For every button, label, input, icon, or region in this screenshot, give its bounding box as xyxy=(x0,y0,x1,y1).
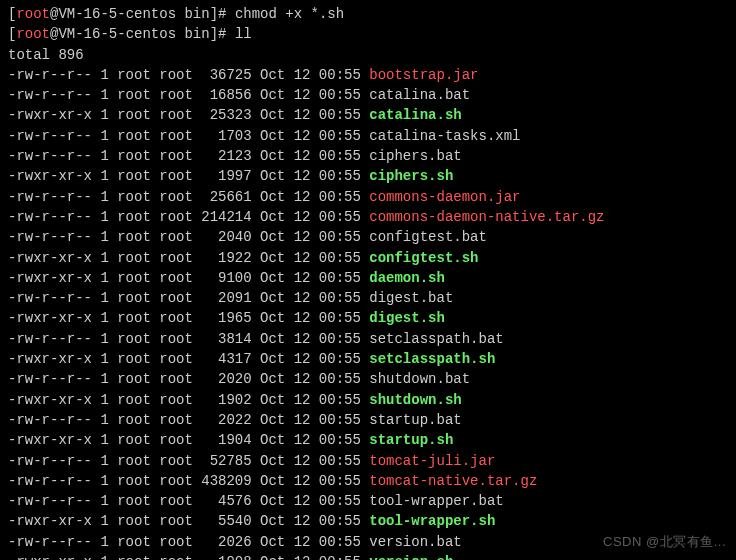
file-name: ciphers.bat xyxy=(369,148,461,164)
file-name: configtest.sh xyxy=(369,250,478,266)
file-row: -rw-r--r-- 1 root root 2091 Oct 12 00:55… xyxy=(8,288,728,308)
prompt-user: root xyxy=(16,26,50,42)
prompt-user: root xyxy=(16,6,50,22)
file-meta: -rw-r--r-- 1 root root 52785 Oct 12 00:5… xyxy=(8,453,369,469)
file-meta: -rw-r--r-- 1 root root 4576 Oct 12 00:55 xyxy=(8,493,369,509)
file-row: -rwxr-xr-x 1 root root 1904 Oct 12 00:55… xyxy=(8,430,728,450)
file-meta: -rw-r--r-- 1 root root 2026 Oct 12 00:55 xyxy=(8,534,369,550)
command-text: chmod +x *.sh xyxy=(235,6,344,22)
file-row: -rw-r--r-- 1 root root 214214 Oct 12 00:… xyxy=(8,207,728,227)
file-name: daemon.sh xyxy=(369,270,445,286)
file-name: startup.bat xyxy=(369,412,461,428)
file-meta: -rwxr-xr-x 1 root root 4317 Oct 12 00:55 xyxy=(8,351,369,367)
file-name: tomcat-juli.jar xyxy=(369,453,495,469)
file-name: ciphers.sh xyxy=(369,168,453,184)
file-meta: -rwxr-xr-x 1 root root 1922 Oct 12 00:55 xyxy=(8,250,369,266)
file-row: -rw-r--r-- 1 root root 4576 Oct 12 00:55… xyxy=(8,491,728,511)
file-name: startup.sh xyxy=(369,432,453,448)
file-meta: -rwxr-xr-x 1 root root 1965 Oct 12 00:55 xyxy=(8,310,369,326)
file-meta: -rw-r--r-- 1 root root 2040 Oct 12 00:55 xyxy=(8,229,369,245)
file-row: -rwxr-xr-x 1 root root 5540 Oct 12 00:55… xyxy=(8,511,728,531)
file-name: tool-wrapper.bat xyxy=(369,493,503,509)
file-name: shutdown.bat xyxy=(369,371,470,387)
file-row: -rwxr-xr-x 1 root root 1997 Oct 12 00:55… xyxy=(8,166,728,186)
file-meta: -rwxr-xr-x 1 root root 25323 Oct 12 00:5… xyxy=(8,107,369,123)
file-row: -rw-r--r-- 1 root root 2020 Oct 12 00:55… xyxy=(8,369,728,389)
file-name: configtest.bat xyxy=(369,229,487,245)
file-name: digest.sh xyxy=(369,310,445,326)
file-row: -rw-r--r-- 1 root root 36725 Oct 12 00:5… xyxy=(8,65,728,85)
file-meta: -rwxr-xr-x 1 root root 1908 Oct 12 00:55 xyxy=(8,554,369,560)
file-meta: -rw-r--r-- 1 root root 2091 Oct 12 00:55 xyxy=(8,290,369,306)
file-row: -rwxr-xr-x 1 root root 1965 Oct 12 00:55… xyxy=(8,308,728,328)
file-row: -rw-r--r-- 1 root root 2040 Oct 12 00:55… xyxy=(8,227,728,247)
command-line: [root@VM-16-5-centos bin]# ll xyxy=(8,24,728,44)
file-name: tomcat-native.tar.gz xyxy=(369,473,537,489)
watermark-text: CSDN @北冥有鱼... xyxy=(603,533,726,552)
file-meta: -rw-r--r-- 1 root root 25661 Oct 12 00:5… xyxy=(8,189,369,205)
file-row: -rw-r--r-- 1 root root 52785 Oct 12 00:5… xyxy=(8,451,728,471)
total-line: total 896 xyxy=(8,45,728,65)
file-row: -rw-r--r-- 1 root root 16856 Oct 12 00:5… xyxy=(8,85,728,105)
file-name: bootstrap.jar xyxy=(369,67,478,83)
file-meta: -rwxr-xr-x 1 root root 1997 Oct 12 00:55 xyxy=(8,168,369,184)
file-row: -rw-r--r-- 1 root root 3814 Oct 12 00:55… xyxy=(8,329,728,349)
file-name: version.bat xyxy=(369,534,461,550)
file-row: -rwxr-xr-x 1 root root 1922 Oct 12 00:55… xyxy=(8,248,728,268)
file-name: catalina.sh xyxy=(369,107,461,123)
file-row: -rw-r--r-- 1 root root 2022 Oct 12 00:55… xyxy=(8,410,728,430)
file-name: setclasspath.bat xyxy=(369,331,503,347)
file-name: tool-wrapper.sh xyxy=(369,513,495,529)
command-line: [root@VM-16-5-centos bin]# chmod +x *.sh xyxy=(8,4,728,24)
file-row: -rw-r--r-- 1 root root 25661 Oct 12 00:5… xyxy=(8,187,728,207)
file-meta: -rwxr-xr-x 1 root root 1902 Oct 12 00:55 xyxy=(8,392,369,408)
file-meta: -rw-r--r-- 1 root root 36725 Oct 12 00:5… xyxy=(8,67,369,83)
file-row: -rw-r--r-- 1 root root 438209 Oct 12 00:… xyxy=(8,471,728,491)
file-row: -rwxr-xr-x 1 root root 9100 Oct 12 00:55… xyxy=(8,268,728,288)
file-meta: -rw-r--r-- 1 root root 2020 Oct 12 00:55 xyxy=(8,371,369,387)
file-name: catalina.bat xyxy=(369,87,470,103)
file-name: catalina-tasks.xml xyxy=(369,128,520,144)
file-name: commons-daemon.jar xyxy=(369,189,520,205)
file-meta: -rw-r--r-- 1 root root 2022 Oct 12 00:55 xyxy=(8,412,369,428)
file-meta: -rwxr-xr-x 1 root root 5540 Oct 12 00:55 xyxy=(8,513,369,529)
file-meta: -rw-r--r-- 1 root root 2123 Oct 12 00:55 xyxy=(8,148,369,164)
file-name: digest.bat xyxy=(369,290,453,306)
file-row: -rwxr-xr-x 1 root root 1908 Oct 12 00:55… xyxy=(8,552,728,560)
file-row: -rw-r--r-- 1 root root 1703 Oct 12 00:55… xyxy=(8,126,728,146)
command-text: ll xyxy=(235,26,252,42)
file-name: setclasspath.sh xyxy=(369,351,495,367)
file-row: -rwxr-xr-x 1 root root 1902 Oct 12 00:55… xyxy=(8,390,728,410)
file-meta: -rw-r--r-- 1 root root 438209 Oct 12 00:… xyxy=(8,473,369,489)
file-meta: -rw-r--r-- 1 root root 214214 Oct 12 00:… xyxy=(8,209,369,225)
file-meta: -rwxr-xr-x 1 root root 1904 Oct 12 00:55 xyxy=(8,432,369,448)
file-meta: -rw-r--r-- 1 root root 1703 Oct 12 00:55 xyxy=(8,128,369,144)
file-row: -rwxr-xr-x 1 root root 4317 Oct 12 00:55… xyxy=(8,349,728,369)
file-meta: -rwxr-xr-x 1 root root 9100 Oct 12 00:55 xyxy=(8,270,369,286)
file-meta: -rw-r--r-- 1 root root 16856 Oct 12 00:5… xyxy=(8,87,369,103)
file-name: commons-daemon-native.tar.gz xyxy=(369,209,604,225)
file-row: -rwxr-xr-x 1 root root 25323 Oct 12 00:5… xyxy=(8,105,728,125)
file-name: shutdown.sh xyxy=(369,392,461,408)
file-meta: -rw-r--r-- 1 root root 3814 Oct 12 00:55 xyxy=(8,331,369,347)
file-name: version.sh xyxy=(369,554,453,560)
terminal-output[interactable]: [root@VM-16-5-centos bin]# chmod +x *.sh… xyxy=(8,4,728,560)
file-row: -rw-r--r-- 1 root root 2123 Oct 12 00:55… xyxy=(8,146,728,166)
